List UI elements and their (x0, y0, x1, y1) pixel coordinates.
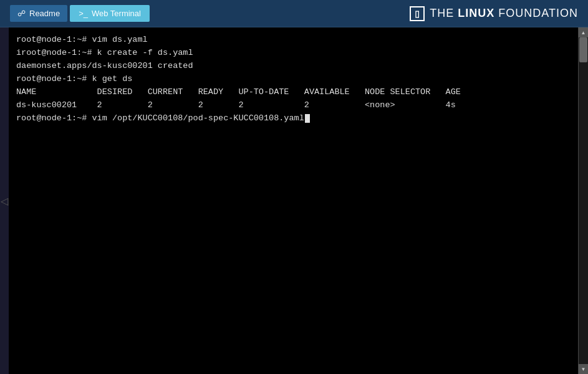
terminal-prompt-icon: >_ (79, 9, 88, 18)
terminal-table-row: ds-kusc00201 2 2 2 2 2 <none> 4s (16, 99, 571, 112)
main-content: ◁ root@node-1:~# vim ds.yaml iroot@node-… (0, 27, 588, 374)
readme-label: Readme (29, 9, 60, 18)
readme-icon: ☍ (17, 9, 26, 18)
terminal-line-2: iroot@node-1:~# k create -f ds.yaml (16, 47, 571, 60)
header: ☍ Readme >_ Web Terminal ▯ THE LINUX FOU… (0, 0, 588, 27)
readme-button[interactable]: ☍ Readme (10, 5, 67, 22)
scrollbar-thumb[interactable] (579, 37, 587, 62)
header-logo: ▯ THE LINUX FOUNDATION (410, 6, 578, 21)
logo-text: THE LINUX FOUNDATION (430, 7, 578, 20)
terminal-line-3: daemonset.apps/ds-kusc00201 created (16, 60, 571, 73)
terminal-table-header: NAME DESIRED CURRENT READY UP-TO-DATE AV… (16, 86, 571, 99)
terminal-line-1: root@node-1:~# vim ds.yaml (16, 34, 571, 47)
scrollbar-up-button[interactable]: ▲ (579, 27, 589, 37)
header-left: ☍ Readme >_ Web Terminal (10, 5, 150, 22)
left-edge-marker: ◁ (0, 27, 9, 374)
terminal-window[interactable]: root@node-1:~# vim ds.yaml iroot@node-1:… (9, 27, 578, 374)
scrollbar[interactable]: ▲ ▼ (578, 27, 588, 374)
terminal-line-4: root@node-1:~# k get ds (16, 73, 571, 86)
terminal-cursor (305, 114, 310, 123)
terminal-line-7: root@node-1:~# vim /opt/KUCC00108/pod-sp… (16, 112, 571, 125)
terminal-button[interactable]: >_ Web Terminal (70, 5, 150, 22)
scrollbar-track[interactable] (579, 37, 588, 364)
scrollbar-down-button[interactable]: ▼ (579, 364, 589, 374)
linux-foundation-logo-icon: ▯ (410, 6, 425, 21)
terminal-label: Web Terminal (92, 9, 141, 18)
